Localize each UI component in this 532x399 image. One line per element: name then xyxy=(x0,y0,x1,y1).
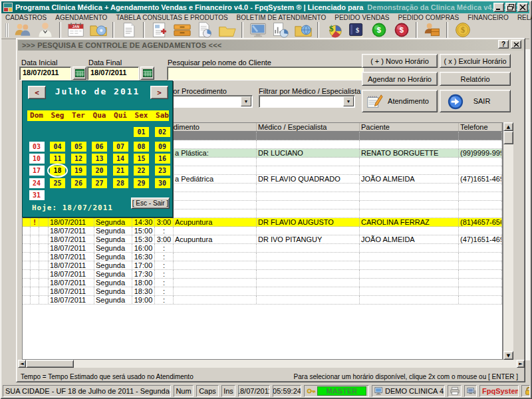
calendar-day-31[interactable]: 31 xyxy=(29,190,45,200)
menu-item-financeiro[interactable]: FINANCEIRO xyxy=(467,14,509,21)
schedule-folder-icon[interactable] xyxy=(88,21,108,39)
calendar-day-04[interactable]: 04 xyxy=(50,142,65,152)
atendimento-button[interactable]: Atendimento xyxy=(362,90,438,112)
menu-item-pedido-compras[interactable]: PEDIDO COMPRAS xyxy=(398,14,460,21)
novo-horario-button[interactable]: ( + ) Novo Horário xyxy=(362,54,438,68)
calendar-day-28[interactable]: 28 xyxy=(113,178,128,188)
calendar-day-23[interactable]: 23 xyxy=(155,166,170,176)
scroll-up-icon[interactable]: ▲ xyxy=(503,122,513,131)
document-icon[interactable] xyxy=(118,21,139,39)
clients-icon[interactable] xyxy=(12,21,33,39)
stats-icon[interactable] xyxy=(270,21,291,39)
table-row[interactable]: !18/07/2011Segunda14:303:00AcupunturaDR … xyxy=(23,218,502,227)
calendar-day-17[interactable]: 17 xyxy=(29,166,45,176)
table-row[interactable]: 18/07/2011Segunda15:303:00AcupunturaDR I… xyxy=(23,235,502,244)
calendar-day-26[interactable]: 26 xyxy=(71,178,86,188)
calendar-day-02[interactable]: 02 xyxy=(155,127,170,137)
toolbar-handle[interactable] xyxy=(5,23,9,37)
table-row[interactable]: 18/07/2011Segunda17:30: xyxy=(23,270,502,279)
search-input[interactable] xyxy=(167,66,364,80)
scroll-right-icon[interactable]: ► xyxy=(517,360,525,368)
cell-data: 18/07/2011 xyxy=(49,244,94,252)
medico-filter-combo[interactable]: ▼ xyxy=(259,95,355,108)
hscroll-thumb[interactable] xyxy=(26,360,74,368)
dialog-help-button[interactable]: ? xyxy=(498,40,509,49)
menu-item-relatorios[interactable]: RELATÓRIOS xyxy=(517,14,532,21)
calendar-day-07[interactable]: 07 xyxy=(113,142,128,152)
calendar-day-12[interactable]: 12 xyxy=(71,154,86,164)
calendar-day-13[interactable]: 13 xyxy=(92,154,107,164)
cell-med xyxy=(257,261,360,269)
relatorio-button[interactable]: Relatório xyxy=(440,72,511,86)
select-note: Para selecionar um horário disponível, c… xyxy=(294,373,518,380)
agendar-horario-button[interactable]: Agendar no Horário xyxy=(362,72,438,86)
calendar-day-19[interactable]: 19 xyxy=(71,166,86,176)
menu-item-boletim-de-atendimento[interactable]: BOLETIM DE ATENDIMENTO xyxy=(237,14,327,21)
calendar-day-22[interactable]: 22 xyxy=(134,166,149,176)
table-row[interactable]: 18/07/2011Segunda19:00: xyxy=(23,296,502,305)
calendar-next-button[interactable]: > xyxy=(150,86,168,99)
calendar-day-29[interactable]: 29 xyxy=(134,178,149,188)
data-final-calendar-button[interactable] xyxy=(140,66,154,80)
coin-icon[interactable]: $ xyxy=(452,21,473,39)
doctor-icon[interactable] xyxy=(35,21,55,39)
sair-button[interactable]: SAIR xyxy=(440,90,511,112)
cell-m xyxy=(31,235,39,243)
calendar-day-20[interactable]: 20 xyxy=(92,166,107,176)
table-row[interactable]: 18/07/2011Segunda16:00: xyxy=(23,244,502,253)
calendar-day-25[interactable]: 25 xyxy=(50,178,65,188)
calendar-day-14[interactable]: 14 xyxy=(113,154,128,164)
calendar-day-16[interactable]: 16 xyxy=(155,154,170,164)
pay-dollar-icon[interactable]: $ xyxy=(391,21,412,39)
calendar-day-09[interactable]: 09 xyxy=(155,142,170,152)
cell-m xyxy=(31,261,39,269)
close-button[interactable] xyxy=(517,3,528,12)
horizontal-scrollbar[interactable]: ◄ ► xyxy=(18,360,525,368)
calendar-day-24[interactable]: 24 xyxy=(29,178,45,188)
excluir-horario-button[interactable]: ( x ) Excluir Horário xyxy=(440,54,511,68)
vertical-scrollbar[interactable]: ▲ ▼ xyxy=(503,122,513,360)
folder-icon[interactable] xyxy=(217,21,237,39)
calendar-day-06[interactable]: 06 xyxy=(92,142,107,152)
table-row[interactable]: 18/07/2011Segunda18:30: xyxy=(23,287,502,296)
menu-item-tabela-consultas-e-produtos[interactable]: TABELA CONSULTAS E PRODUTOS xyxy=(116,14,227,21)
table-row[interactable]: 18/07/2011Segunda15:00: xyxy=(23,227,502,235)
supplier-icon[interactable] xyxy=(422,21,442,39)
table-row[interactable]: 18/07/2011Segunda18:00: xyxy=(23,279,502,287)
calendar-day-03[interactable]: 03 xyxy=(29,142,45,152)
scroll-down-icon[interactable]: ▼ xyxy=(503,351,513,360)
restore-button[interactable] xyxy=(505,3,516,12)
receive-dollar-icon[interactable]: $ xyxy=(368,21,389,39)
globe-folder-icon[interactable] xyxy=(293,21,313,39)
data-inicial-field[interactable]: 18/07/2011 xyxy=(19,66,71,80)
table-row[interactable]: 18/07/2011Segunda17:00: xyxy=(23,261,502,270)
calendar-icon[interactable]: JAN xyxy=(65,21,86,39)
calendar-day-21[interactable]: 21 xyxy=(113,166,128,176)
menu-item-cadastros[interactable]: CADASTROS xyxy=(5,14,47,21)
calendar-day-30[interactable]: 30 xyxy=(155,178,170,188)
calendar-day-11[interactable]: 11 xyxy=(50,154,65,164)
minimize-button[interactable] xyxy=(493,3,504,12)
monitor-icon[interactable] xyxy=(247,21,268,39)
orders-drawer-icon[interactable] xyxy=(172,21,192,39)
purchase-doc-icon[interactable] xyxy=(194,21,215,39)
calendar-day-08[interactable]: 08 xyxy=(134,142,149,152)
calendar-day-15[interactable]: 15 xyxy=(134,154,149,164)
data-inicial-calendar-button[interactable] xyxy=(72,66,86,80)
attendance-form-icon[interactable] xyxy=(149,21,170,39)
calendar-day-01[interactable]: 01 xyxy=(134,127,149,137)
menu-item-pedido-vendas[interactable]: PEDIDO VENDAS xyxy=(334,14,389,21)
calendar-day-10[interactable]: 10 xyxy=(29,154,45,164)
calendar-day-27[interactable]: 27 xyxy=(92,178,107,188)
vscroll-thumb[interactable] xyxy=(503,131,513,144)
dialog-close-button[interactable] xyxy=(511,40,521,49)
scroll-left-icon[interactable]: ◄ xyxy=(18,360,26,368)
finance-pie-icon[interactable]: $ xyxy=(323,21,344,39)
calendar-esc-button[interactable]: [ Esc - Sair ] xyxy=(131,198,170,209)
ledger-icon[interactable]: $ xyxy=(346,21,366,39)
data-final-field[interactable]: 18/07/2011 xyxy=(87,66,139,80)
table-row[interactable]: 18/07/2011Segunda16:30: xyxy=(23,253,502,261)
menu-item-agendamento[interactable]: AGENDAMENTO xyxy=(55,14,107,21)
cell-m2 xyxy=(39,261,49,269)
calendar-day-05[interactable]: 05 xyxy=(71,142,86,152)
